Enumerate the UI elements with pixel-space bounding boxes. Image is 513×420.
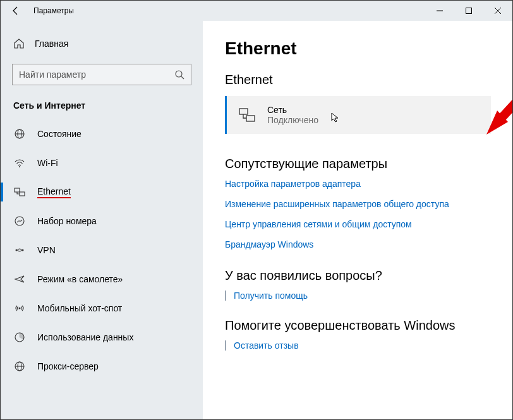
search-placeholder: Найти параметр <box>19 69 174 80</box>
content-pane: Ethernet Ethernet Сеть Подключено Сопутс… <box>203 21 512 419</box>
sidebar-item-status[interactable]: Состояние <box>1 119 203 148</box>
sidebar-item-label: Ethernet <box>37 186 71 198</box>
sidebar-item-datausage[interactable]: Использование данных <box>1 323 203 352</box>
svg-point-2 <box>176 71 182 77</box>
sidebar-item-hotspot[interactable]: Мобильный хот-спот <box>1 294 203 323</box>
sidebar-item-label: Использование данных <box>37 332 133 342</box>
related-title: Сопутствующие параметры <box>225 157 491 171</box>
questions-title: У вас появились вопросы? <box>225 268 491 283</box>
sidebar-item-label: Прокси-сервер <box>37 361 99 371</box>
globe-icon <box>13 128 26 140</box>
improve-title: Помогите усовершенствовать Windows <box>225 318 491 333</box>
sidebar-item-proxy[interactable]: Прокси-сервер <box>1 352 203 381</box>
window-title: Параметры <box>31 6 74 15</box>
svg-point-11 <box>16 249 18 251</box>
svg-point-13 <box>19 308 21 309</box>
link-feedback[interactable]: Оставить отзыв <box>234 340 491 351</box>
svg-rect-1 <box>466 8 472 14</box>
ethernet-icon <box>13 186 26 198</box>
sidebar-item-vpn[interactable]: VPN <box>1 236 203 265</box>
sidebar-item-wifi[interactable]: Wi-Fi <box>1 148 203 177</box>
cursor-icon <box>331 112 341 123</box>
airplane-icon <box>13 273 26 285</box>
link-network-center[interactable]: Центр управления сетями и общим доступом <box>225 219 491 229</box>
ethernet-icon <box>238 106 256 124</box>
vpn-icon <box>13 244 26 256</box>
data-usage-icon <box>13 332 26 343</box>
sidebar-item-dialup[interactable]: Набор номера <box>1 207 203 236</box>
sidebar-item-label: Набор номера <box>37 216 97 226</box>
sidebar-section-label: Сеть и Интернет <box>1 97 203 119</box>
sidebar-item-label: Режим «в самолете» <box>37 274 123 284</box>
sidebar-item-label: Wi-Fi <box>37 158 58 168</box>
svg-line-3 <box>181 76 184 79</box>
sidebar-home[interactable]: Главная <box>1 31 203 56</box>
questions-section: У вас появились вопросы? Получить помощь <box>225 268 491 301</box>
sidebar-item-label: VPN <box>37 245 56 255</box>
link-advanced-sharing[interactable]: Изменение расширенных параметров общего … <box>225 199 491 209</box>
svg-rect-19 <box>246 116 255 121</box>
link-firewall[interactable]: Брандмауэр Windows <box>225 239 491 249</box>
sidebar-home-label: Главная <box>35 39 68 49</box>
network-status: Подключено <box>267 115 318 125</box>
close-button[interactable] <box>483 1 512 21</box>
sidebar: Главная Найти параметр Сеть и Интернет С… <box>1 21 203 419</box>
svg-point-12 <box>22 249 24 251</box>
sidebar-item-ethernet[interactable]: Ethernet <box>1 177 203 207</box>
maximize-button[interactable] <box>454 1 483 21</box>
link-get-help[interactable]: Получить помощь <box>234 291 491 301</box>
titlebar: Параметры <box>1 1 512 21</box>
related-section: Сопутствующие параметры Настройка параме… <box>225 157 491 249</box>
dialup-icon <box>13 215 26 227</box>
wifi-icon <box>13 157 26 169</box>
hotspot-icon <box>13 303 26 314</box>
network-name: Сеть <box>267 105 318 115</box>
proxy-icon <box>13 361 26 372</box>
back-button[interactable] <box>1 1 31 21</box>
page-title: Ethernet <box>225 39 491 59</box>
svg-point-7 <box>19 166 20 167</box>
network-card[interactable]: Сеть Подключено <box>225 96 491 134</box>
minimize-button[interactable] <box>425 1 454 21</box>
svg-rect-9 <box>20 192 25 196</box>
svg-rect-8 <box>15 188 20 192</box>
link-adapter-settings[interactable]: Настройка параметров адаптера <box>225 179 491 189</box>
sidebar-item-label: Состояние <box>37 129 81 139</box>
home-icon <box>13 38 25 49</box>
sidebar-item-label: Мобильный хот-спот <box>37 303 122 313</box>
search-icon <box>174 69 184 80</box>
improve-section: Помогите усовершенствовать Windows Остав… <box>225 318 491 351</box>
svg-rect-18 <box>239 109 248 114</box>
page-subtitle: Ethernet <box>225 73 491 87</box>
search-input[interactable]: Найти параметр <box>12 64 191 85</box>
sidebar-item-airplane[interactable]: Режим «в самолете» <box>1 265 203 294</box>
